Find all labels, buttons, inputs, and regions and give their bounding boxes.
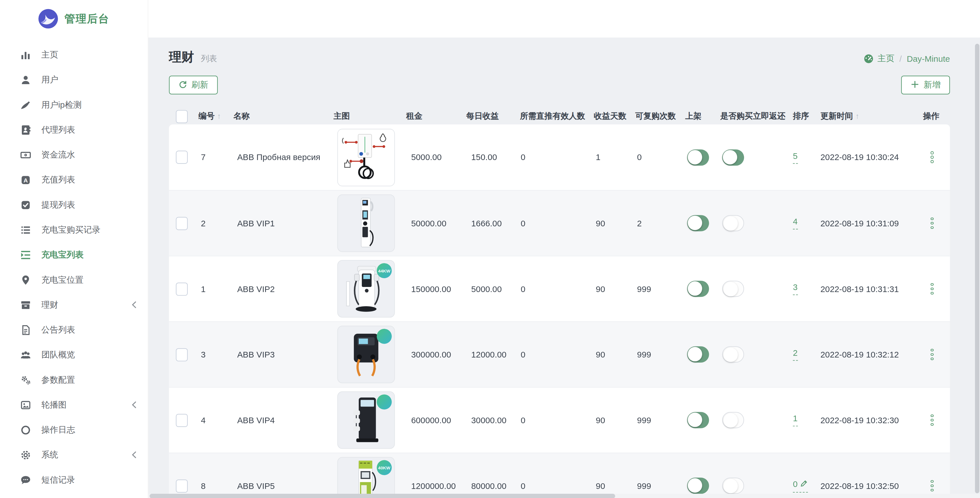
table-row: 2ABB VIP150000.001666.00090242022-08-19 … <box>169 190 950 256</box>
listed-toggle[interactable] <box>687 149 709 165</box>
list-icon <box>19 224 32 236</box>
table-row: 8ABB VIP540KW1200000.0080000.00090999020… <box>169 453 950 498</box>
sidebar-item-powerbank-purchases[interactable]: 充电宝购买记录 <box>0 217 148 243</box>
sidebar-item-param-config[interactable]: 参数配置 <box>0 368 148 393</box>
sidebar-item-carousel[interactable]: 轮播图 <box>0 393 148 417</box>
sort-value: 5 <box>793 151 798 160</box>
breadcrumb-home[interactable]: 主页 <box>864 53 894 65</box>
cell-income-days: 90 <box>592 219 633 228</box>
listed-toggle[interactable] <box>687 215 709 231</box>
sidebar-item-announcement-list[interactable]: 公告列表 <box>0 317 148 343</box>
sort-editable-value[interactable]: 2 <box>793 348 798 361</box>
cell-listed <box>683 477 719 494</box>
sidebar-item-label: 主页 <box>41 49 59 60</box>
add-button[interactable]: 新增 <box>901 76 950 94</box>
column-header-id[interactable]: 编号↑ <box>197 111 232 122</box>
sidebar-item-label: 操作日志 <box>41 424 75 436</box>
sort-editable-value[interactable]: 1 <box>793 414 798 426</box>
row-checkbox[interactable] <box>176 217 188 230</box>
sidebar-item-label: 代理列表 <box>41 124 75 136</box>
instant-return-toggle[interactable] <box>722 215 744 231</box>
column-label: 上架 <box>686 111 702 122</box>
cell-updated-at: 2022-08-19 10:30:24 <box>819 152 921 162</box>
sort-arrow-icon: ↑ <box>217 112 221 121</box>
instant-return-toggle[interactable] <box>722 346 744 363</box>
sidebar-item-fund-flow[interactable]: 资金流水 <box>0 143 148 167</box>
sidebar-item-users[interactable]: 用户 <box>0 67 148 92</box>
sort-editable-value[interactable]: 5 <box>793 151 798 163</box>
cell-select <box>169 282 197 295</box>
main-content: 理财 列表 主页 / Day-Minute <box>148 37 980 498</box>
sidebar-item-withdraw-list[interactable]: 提现列表 <box>0 193 148 217</box>
switch-knob <box>688 413 702 427</box>
toolbar: 刷新 新增 <box>169 76 950 94</box>
listed-toggle[interactable] <box>687 281 709 297</box>
user-icon <box>19 74 32 86</box>
sidebar-item-team-overview[interactable]: 团队概览 <box>0 343 148 367</box>
product-image[interactable]: 44KW <box>337 260 395 317</box>
sort-editable-value[interactable]: 3 <box>793 283 798 295</box>
product-image[interactable] <box>337 194 395 252</box>
sidebar-item-home[interactable]: 主页 <box>0 43 148 67</box>
select-all-checkbox[interactable] <box>176 109 188 123</box>
row-checkbox[interactable] <box>176 414 188 427</box>
sidebar-item-sms-records[interactable]: 短信记录 <box>0 468 148 493</box>
sidebar-item-finance[interactable]: 理财 <box>0 293 148 317</box>
row-actions-kebab[interactable] <box>923 217 933 229</box>
refresh-button[interactable]: 刷新 <box>169 76 218 94</box>
table-row: 4ABB VIP4600000.0030000.0009099912022-08… <box>169 387 950 453</box>
cell-id: 3 <box>197 350 232 359</box>
column-label: 是否购买立即返还 <box>720 111 786 122</box>
cell-updated-at: 2022-08-19 10:32:12 <box>819 350 921 359</box>
table-row: 7ABB Пробная версия5000.00150.0001052022… <box>169 124 950 190</box>
column-header-updated_at[interactable]: 更新时间↑ <box>819 111 921 122</box>
instant-return-toggle[interactable] <box>722 412 744 428</box>
sidebar-item-agent-list[interactable]: 代理列表 <box>0 117 148 143</box>
cell-select <box>169 217 197 230</box>
switch-knob <box>723 347 738 362</box>
product-image[interactable] <box>337 392 395 449</box>
instant-return-toggle[interactable] <box>722 149 744 165</box>
sidebar-item-user-ip-check[interactable]: 用户ip检测 <box>0 93 148 117</box>
table-row: 1ABB VIP244KW150000.005000.0009099932022… <box>169 256 950 322</box>
column-header-instant_return: 是否购买立即返还 <box>719 111 791 122</box>
row-actions-kebab[interactable] <box>923 152 933 163</box>
cell-id: 4 <box>197 415 232 425</box>
cell-actions <box>921 349 949 360</box>
breadcrumb-home-label: 主页 <box>878 53 895 65</box>
address-book-icon <box>19 124 32 136</box>
cell-actions <box>921 283 949 295</box>
cell-select <box>169 348 197 361</box>
row-checkbox[interactable] <box>176 479 188 492</box>
file-icon <box>19 324 32 336</box>
vertical-scrollbar[interactable] <box>975 44 979 493</box>
row-checkbox[interactable] <box>176 282 188 295</box>
sidebar-item-recharge-list[interactable]: A充值列表 <box>0 167 148 192</box>
row-actions-kebab[interactable] <box>923 480 933 492</box>
product-image[interactable] <box>337 326 395 383</box>
row-actions-kebab[interactable] <box>923 349 933 360</box>
row-checkbox[interactable] <box>176 151 188 164</box>
row-actions-kebab[interactable] <box>923 283 933 295</box>
sidebar-item-operation-log[interactable]: 操作日志 <box>0 417 148 442</box>
sidebar-item-label: 用户ip检测 <box>41 100 82 111</box>
column-header-select <box>169 109 197 123</box>
row-checkbox[interactable] <box>176 348 188 361</box>
product-image[interactable]: 40KW <box>337 457 395 498</box>
row-actions-kebab[interactable] <box>923 414 933 426</box>
sort-editable-value[interactable]: 4 <box>793 217 798 230</box>
sort-editable-value[interactable]: 0 <box>793 479 808 492</box>
sidebar-item-powerbank-list[interactable]: 充电宝列表 <box>0 243 148 267</box>
instant-return-toggle[interactable] <box>722 477 744 494</box>
column-label: 收益天数 <box>594 111 627 122</box>
instant-return-toggle[interactable] <box>722 281 744 297</box>
listed-toggle[interactable] <box>687 346 709 363</box>
sidebar-item-system[interactable]: 系统 <box>0 442 148 468</box>
cell-income-days: 90 <box>592 350 633 359</box>
product-image[interactable] <box>337 128 395 186</box>
chevron-left-icon <box>130 301 138 309</box>
horizontal-scrollbar-thumb[interactable] <box>150 494 615 498</box>
listed-toggle[interactable] <box>687 412 709 428</box>
listed-toggle[interactable] <box>687 477 709 494</box>
sidebar-item-powerbank-location[interactable]: 充电宝位置 <box>0 268 148 293</box>
